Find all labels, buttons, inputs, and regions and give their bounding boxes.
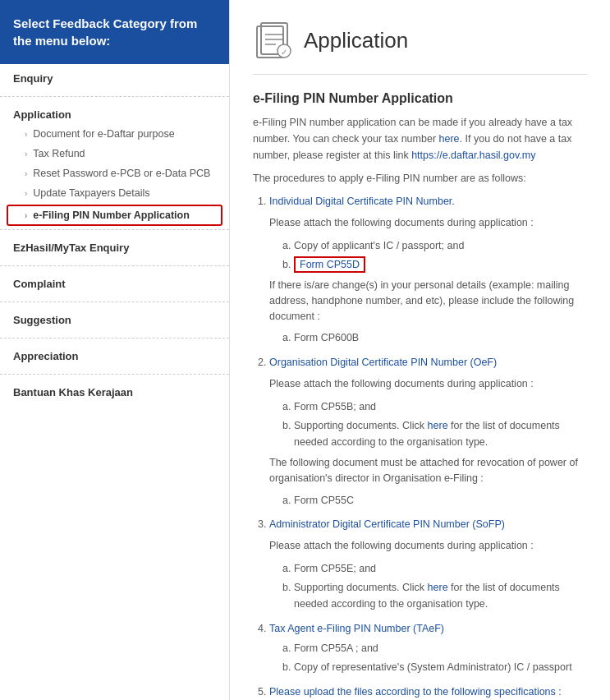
sidebar-item-reset-password[interactable]: › Reset Password e-PCB or e-Data PCB: [0, 163, 229, 183]
alpha-item-3-i: Form CP55E; and: [294, 560, 587, 577]
alpha-list-4: Form CP55A ; and Copy of representative'…: [277, 640, 587, 675]
list-item-2: Organisation Digital Certificate PIN Num…: [269, 354, 587, 508]
list-item-2-title: Organisation Digital Certificate PIN Num…: [269, 357, 497, 368]
note-block-2: The following document must be attached …: [269, 455, 587, 508]
form-cp55d-link[interactable]: Form CP55D: [294, 256, 365, 273]
intro-text: e-Filing PIN number application can be m…: [253, 114, 587, 163]
alpha-item-4-i: Form CP55A ; and: [294, 640, 587, 656]
main-content-area: ✓ Application e-Filing PIN Number Applic…: [230, 0, 610, 700]
list-item-4: Tax Agent e-Filing PIN Number (TAeF) For…: [269, 620, 587, 675]
note-item-1-i: Form CP600B: [294, 330, 587, 346]
alpha-item-1-i: Copy of applicant's IC / passport; and: [294, 237, 587, 254]
list-item-1: Individual Digital Certificate PIN Numbe…: [269, 193, 587, 346]
application-icon: ✓: [253, 20, 294, 61]
page-header: ✓ Application: [253, 20, 587, 75]
page-title: Application: [304, 28, 408, 53]
sidebar-item-appreciation[interactable]: Appreciation: [0, 342, 229, 371]
note-item-2-i: Form CP55C: [294, 493, 587, 509]
sidebar-item-doc-daftar[interactable]: › Document for e-Daftar purpose: [0, 124, 229, 144]
alpha-list-2: Form CP55B; and Supporting documents. Cl…: [277, 398, 587, 450]
alpha-item-2-i: Form CP55B; and: [294, 398, 587, 415]
sidebar-item-application[interactable]: Application: [0, 100, 229, 124]
list-item-5-title: Please upload the files according to the…: [269, 686, 562, 698]
alpha-item-3-ii: Supporting documents. Click here for the…: [294, 579, 587, 612]
attach-note-3: Please attach the following documents du…: [269, 537, 587, 554]
note-list-2: Form CP55C: [277, 493, 587, 509]
sidebar-header: Select Feedback Category from the menu b…: [0, 0, 229, 64]
alpha-item-4-ii: Copy of representative's (System Adminis…: [294, 659, 587, 675]
sidebar-item-complaint[interactable]: Complaint: [0, 269, 229, 298]
sidebar-item-tax-refund[interactable]: › Tax Refund: [0, 144, 229, 163]
link-org-docs[interactable]: here: [428, 420, 448, 431]
sidebar-item-update-taxpayers[interactable]: › Update Taxpayers Details: [0, 183, 229, 203]
list-item-4-title: Tax Agent e-Filing PIN Number (TAeF): [269, 623, 444, 634]
list-item-1-title: Individual Digital Certificate PIN Numbe…: [269, 196, 455, 207]
list-item-3: Administrator Digital Certificate PIN Nu…: [269, 516, 587, 612]
attach-note-1: Please attach the following documents du…: [269, 214, 587, 231]
link-edaftar[interactable]: https://e.daftar.hasil.gov.my: [411, 150, 535, 161]
sidebar: Select Feedback Category from the menu b…: [0, 0, 230, 700]
chevron-icon: ›: [25, 130, 27, 139]
main-list: Individual Digital Certificate PIN Numbe…: [253, 193, 587, 700]
content-body: e-Filing PIN number application can be m…: [253, 114, 587, 700]
alpha-list-1: Copy of applicant's IC / passport; and F…: [277, 237, 587, 273]
content-title: e-Filing PIN Number Application: [253, 91, 587, 106]
link-sofp-docs[interactable]: here: [428, 582, 448, 593]
procedures-intro: The procedures to apply e-Filing PIN num…: [253, 170, 587, 187]
note-list-1: Form CP600B: [277, 330, 587, 346]
sidebar-item-efiling-pin[interactable]: › e-Filing PIN Number Application: [7, 205, 222, 226]
chevron-icon: ›: [25, 169, 27, 178]
alpha-item-2-ii: Supporting documents. Click here for the…: [294, 417, 587, 450]
chevron-icon: ›: [25, 150, 27, 159]
alpha-list-3: Form CP55E; and Supporting documents. Cl…: [277, 560, 587, 612]
list-item-5: Please upload the files according to the…: [269, 684, 587, 700]
chevron-icon: ›: [25, 211, 27, 220]
sidebar-item-enquiry[interactable]: Enquiry: [0, 64, 229, 93]
note-block-1: If there is/are change(s) in your person…: [269, 278, 587, 346]
attach-note-2: Please attach the following documents du…: [269, 375, 587, 392]
link-check-tax[interactable]: here: [439, 133, 460, 145]
sidebar-item-suggestion[interactable]: Suggestion: [0, 306, 229, 334]
alpha-item-1-ii: Form CP55D: [294, 256, 587, 273]
sidebar-item-bantuan[interactable]: Bantuan Khas Kerajaan: [0, 378, 229, 407]
list-item-3-title: Administrator Digital Certificate PIN Nu…: [269, 518, 505, 530]
svg-text:✓: ✓: [281, 48, 287, 57]
sidebar-item-ezhasil[interactable]: EzHasil/MyTax Enquiry: [0, 233, 229, 262]
chevron-icon: ›: [25, 189, 27, 198]
